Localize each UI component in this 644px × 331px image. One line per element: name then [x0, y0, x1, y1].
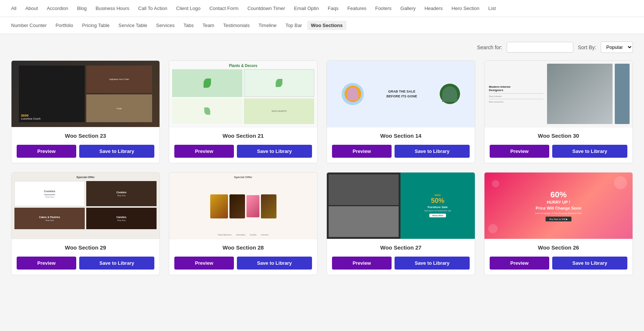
card-title-woo21: Woo Section 21: [169, 127, 317, 141]
nav-item-timeline[interactable]: Timeline: [255, 21, 280, 30]
sort-select[interactable]: Popular Newest Oldest: [601, 41, 633, 53]
nav-item-testimonials[interactable]: Testimonials: [219, 21, 254, 30]
nav-item-team[interactable]: Team: [199, 21, 218, 30]
woo14-preview-image: GRAB THE SALEBEFORE ITS GONE: [327, 61, 475, 127]
nav-item-faqs[interactable]: Faqs: [324, 4, 342, 13]
card-title-woo14: Woo Section 14: [327, 127, 475, 141]
card-woo23: $699 Luxurious Couch Highback Arm Chair …: [11, 60, 160, 163]
card-actions-woo26: Preview Save to Library: [484, 253, 633, 275]
nav-item-list[interactable]: List: [484, 4, 499, 13]
nav-item-email-optin[interactable]: Email Optin: [290, 4, 322, 13]
save-button-woo30[interactable]: Save to Library: [552, 145, 627, 158]
card-woo30: Modern InteriorDesigners Shop Collection…: [484, 60, 633, 163]
nav-item-services[interactable]: Services: [152, 21, 178, 30]
card-woo21: Plants & Decors SUCCULENTS Woo Section 2…: [169, 60, 318, 163]
nav-item-about[interactable]: About: [21, 4, 41, 13]
nav-item-tabs[interactable]: Tabs: [180, 21, 197, 30]
nav-item-top-bar[interactable]: Top Bar: [282, 21, 306, 30]
nav-item-woo-sections[interactable]: Woo Sections: [307, 21, 346, 30]
card-preview-woo23: $699 Luxurious Couch Highback Arm Chair …: [11, 61, 160, 127]
nav-item-number-counter[interactable]: Number Counter: [7, 21, 50, 30]
preview-button-woo27[interactable]: Preview: [332, 257, 392, 270]
nav-item-client-logo[interactable]: Client Logo: [172, 4, 204, 13]
search-input[interactable]: [507, 42, 573, 53]
nav-item-service-table[interactable]: Service Table: [115, 21, 151, 30]
card-preview-woo27: NEED 50% Furniture Sale Save big on our …: [327, 173, 475, 239]
card-preview-woo14: GRAB THE SALEBEFORE ITS GONE: [327, 61, 475, 127]
card-title-woo27: Woo Section 27: [327, 239, 475, 253]
card-preview-woo21: Plants & Decors SUCCULENTS: [169, 61, 317, 127]
save-button-woo26[interactable]: Save to Library: [552, 257, 627, 270]
nav-item-portfolio[interactable]: Portfolio: [52, 21, 77, 30]
nav-item-gallery[interactable]: Gallery: [397, 4, 419, 13]
card-preview-woo30: Modern InteriorDesigners Shop Collection…: [484, 61, 633, 127]
search-label: Search for:: [477, 44, 502, 50]
card-preview-woo28: Special Offer Sweet Macarons Chocolates …: [169, 173, 317, 239]
card-actions-woo14: Preview Save to Library: [327, 141, 475, 163]
card-preview-woo29: Special Offer Cookies Shop Now Cookies S…: [11, 173, 160, 239]
card-title-woo30: Woo Section 30: [484, 127, 633, 141]
save-button-woo21[interactable]: Save to Library: [237, 145, 312, 158]
nav-row-1: All About Accordion Blog Business Hours …: [0, 0, 644, 17]
card-woo28: Special Offer Sweet Macarons Chocolates …: [169, 172, 318, 275]
nav-item-footers[interactable]: Footers: [372, 4, 395, 13]
preview-button-woo14[interactable]: Preview: [332, 145, 392, 158]
nav-item-features[interactable]: Features: [343, 4, 370, 13]
nav-item-all[interactable]: All: [7, 4, 20, 13]
save-button-woo29[interactable]: Save to Library: [79, 257, 154, 270]
preview-button-woo23[interactable]: Preview: [17, 145, 76, 158]
card-woo29: Special Offer Cookies Shop Now Cookies S…: [11, 172, 160, 275]
card-preview-woo26: 60% HURRY UP !Price Will Change Soon Las…: [484, 173, 633, 239]
toolbar: Search for: Sort By: Popular Newest Olde…: [0, 34, 644, 60]
woo23-preview-image: $699 Luxurious Couch Highback Arm Chair …: [11, 61, 160, 127]
nav-item-blog[interactable]: Blog: [73, 4, 90, 13]
save-button-woo23[interactable]: Save to Library: [79, 145, 154, 158]
card-woo14: GRAB THE SALEBEFORE ITS GONE Woo Section…: [326, 60, 475, 163]
woo28-preview-image: Special Offer Sweet Macarons Chocolates …: [169, 173, 317, 239]
nav-item-accordion[interactable]: Accordion: [43, 4, 72, 13]
card-title-woo26: Woo Section 26: [484, 239, 633, 253]
preview-button-woo21[interactable]: Preview: [174, 145, 234, 158]
nav-item-headers[interactable]: Headers: [421, 4, 446, 13]
card-title-woo23: Woo Section 23: [11, 127, 160, 141]
woo21-preview-image: Plants & Decors SUCCULENTS: [169, 61, 317, 127]
nav-item-pricing-table[interactable]: Pricing Table: [78, 21, 113, 30]
card-woo27: NEED 50% Furniture Sale Save big on our …: [326, 172, 475, 275]
save-button-woo27[interactable]: Save to Library: [395, 257, 470, 270]
preview-button-woo26[interactable]: Preview: [490, 257, 549, 270]
nav-row-2: Number Counter Portfolio Pricing Table S…: [0, 17, 644, 34]
woo26-preview-image: 60% HURRY UP !Price Will Change Soon Las…: [484, 173, 633, 239]
nav-item-contact-form[interactable]: Contact Form: [206, 4, 242, 13]
preview-button-woo30[interactable]: Preview: [490, 145, 549, 158]
card-grid: $699 Luxurious Couch Highback Arm Chair …: [0, 60, 644, 290]
card-actions-woo28: Preview Save to Library: [169, 253, 317, 275]
nav-item-call-to-action[interactable]: Call To Action: [134, 4, 171, 13]
nav-item-business-hours[interactable]: Business Hours: [92, 4, 133, 13]
card-actions-woo29: Preview Save to Library: [11, 253, 160, 275]
woo30-preview-image: Modern InteriorDesigners Shop Collection…: [484, 61, 633, 127]
preview-button-woo28[interactable]: Preview: [174, 257, 234, 270]
save-button-woo14[interactable]: Save to Library: [395, 145, 470, 158]
woo29-preview-image: Special Offer Cookies Shop Now Cookies S…: [11, 173, 160, 239]
card-title-woo29: Woo Section 29: [11, 239, 160, 253]
card-actions-woo23: Preview Save to Library: [11, 141, 160, 163]
woo27-preview-image: NEED 50% Furniture Sale Save big on our …: [327, 173, 475, 239]
card-actions-woo21: Preview Save to Library: [169, 141, 317, 163]
card-actions-woo27: Preview Save to Library: [327, 253, 475, 275]
card-woo26: 60% HURRY UP !Price Will Change Soon Las…: [484, 172, 633, 275]
card-actions-woo30: Preview Save to Library: [484, 141, 633, 163]
nav-item-countdown-timer[interactable]: Countdown Timer: [244, 4, 289, 13]
preview-button-woo29[interactable]: Preview: [17, 257, 76, 270]
nav-item-hero-section[interactable]: Hero Section: [448, 4, 483, 13]
sort-label: Sort By:: [578, 44, 596, 50]
save-button-woo28[interactable]: Save to Library: [237, 257, 312, 270]
card-title-woo28: Woo Section 28: [169, 239, 317, 253]
